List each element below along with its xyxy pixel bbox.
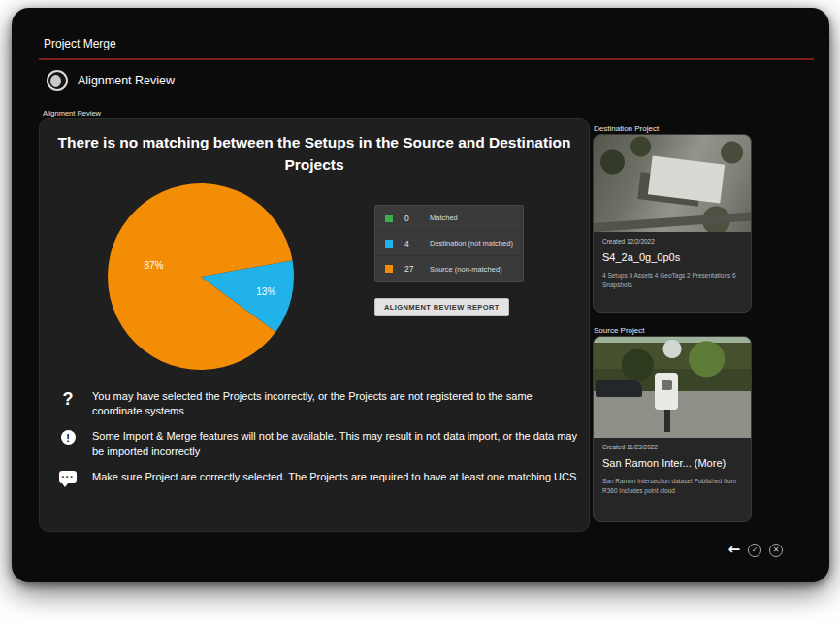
note-ucs-hint: ··· Make sure Project are correctly sele…	[55, 470, 587, 484]
question-icon: ?	[63, 390, 74, 408]
note-text: Some Import & Merge features will not be…	[92, 429, 582, 458]
destination-project-details: 4 Setups 9 Assets 4 GeoTags 2 Presentati…	[602, 271, 742, 291]
alignment-review-report-button[interactable]: ALIGNMENT REVIEW REPORT	[374, 298, 509, 316]
notes-list: ? You may have selected the Projects inc…	[55, 389, 587, 495]
matched-swatch-icon	[385, 215, 393, 222]
page-background: Project Merge Alignment Review Alignment…	[0, 0, 840, 629]
source-project-name[interactable]: San Ramon Inter... (More)	[602, 457, 742, 469]
source-created-date: Created 11/23/2022	[602, 444, 742, 450]
destination-label: Destination (not matched)	[430, 239, 513, 248]
legend-row-matched: 0 Matched	[375, 206, 523, 231]
alignment-review-header: Alignment Review	[47, 70, 175, 91]
aerial-building-shape	[648, 156, 725, 204]
matched-count: 0	[404, 214, 430, 223]
pie-chart-svg: 13%87%	[104, 180, 298, 374]
footer-controls: ← ✓ ✕	[727, 543, 783, 557]
source-project-image	[594, 337, 751, 438]
note-feature-warning: ! Some Import & Merge features will not …	[55, 429, 587, 458]
note-text: You may have selected the Projects incor…	[92, 389, 582, 418]
destination-project-image	[594, 135, 751, 232]
scan-station-icon	[47, 70, 68, 91]
photo-tripod-shape	[664, 410, 670, 432]
destination-project-card[interactable]: Created 12/2/2022 S4_2a_0g_0p0s 4 Setups…	[593, 134, 752, 313]
note-selection-warning: ? You may have selected the Projects inc…	[55, 389, 587, 418]
legend-row-destination: 4 Destination (not matched)	[375, 231, 523, 256]
matched-label: Matched	[430, 214, 458, 222]
exclamation-icon: !	[61, 430, 76, 445]
svg-text:13%: 13%	[256, 286, 275, 297]
alignment-review-panel: There is no matching between the Setups …	[39, 118, 590, 532]
legend-row-source: 27 Source (non-matched)	[375, 256, 523, 281]
photo-car-shape	[596, 380, 643, 398]
pie-legend: 0 Matched 4 Destination (not matched) 27…	[374, 205, 524, 282]
source-count: 27	[404, 264, 430, 274]
destination-swatch-icon	[385, 240, 393, 248]
alignment-review-title: Alignment Review	[78, 74, 175, 87]
no-matching-heading: There is no matching between the Setups …	[55, 131, 574, 177]
note-text: Make sure Project are correctly selected…	[92, 470, 576, 484]
source-project-card[interactable]: Created 11/23/2022 San Ramon Inter... (M…	[593, 336, 752, 522]
comment-icon: ···	[59, 471, 77, 483]
destination-created-date: Created 12/2/2022	[602, 238, 742, 245]
source-project-label: Source Project	[594, 326, 644, 335]
alignment-review-section-label: Alignment Review	[43, 109, 101, 117]
title-divider	[39, 58, 814, 60]
close-icon[interactable]: ✕	[769, 544, 783, 557]
photo-scanner-shape	[655, 373, 678, 409]
source-label: Source (non-matched)	[430, 265, 502, 274]
window-title: Project Merge	[44, 37, 116, 50]
source-swatch-icon	[385, 265, 393, 273]
svg-text:87%: 87%	[144, 260, 163, 271]
destination-project-name: S4_2a_0g_0p0s	[602, 251, 742, 263]
destination-project-label: Destination Project	[594, 124, 659, 133]
accept-icon[interactable]: ✓	[748, 544, 761, 557]
source-project-details: San Ramon Intersection dataset Published…	[602, 477, 742, 497]
aerial-road-shape	[594, 212, 751, 232]
app-window: Project Merge Alignment Review Alignment…	[12, 8, 829, 582]
destination-count: 4	[404, 239, 430, 248]
back-arrow-icon[interactable]: ←	[727, 543, 740, 557]
